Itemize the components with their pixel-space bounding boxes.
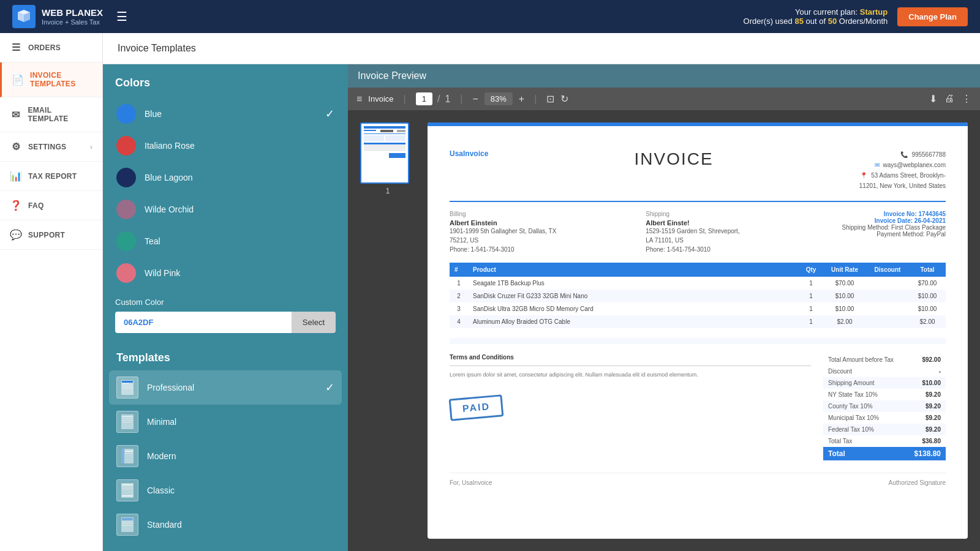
template-thumb-minimal — [116, 411, 138, 433]
svg-rect-17 — [125, 451, 133, 452]
fit-page-icon[interactable]: ⊡ — [546, 93, 554, 105]
invoice-company-name: UsaInvoice — [450, 149, 488, 158]
svg-rect-14 — [122, 422, 133, 422]
template-item-classic[interactable]: Classic — [109, 473, 342, 508]
rotate-icon[interactable]: ↻ — [560, 93, 568, 105]
color-swatch-italiano-rose — [116, 136, 136, 156]
hamburger-icon[interactable]: ☰ — [116, 9, 127, 24]
color-item-blue[interactable]: Blue ✓ — [109, 98, 342, 130]
faq-icon: ❓ — [10, 200, 22, 211]
row2-product: SanDisk Cruzer Fit G233 32GB Mini Nano — [468, 290, 799, 302]
total-before-tax-value: $92.00 — [922, 356, 941, 363]
sidebar-item-support[interactable]: 💬 SUPPORT — [0, 220, 102, 250]
change-plan-button[interactable]: Change Plan — [897, 7, 968, 26]
custom-color-select-button[interactable]: Select — [292, 312, 336, 333]
total-tax-label: Total Tax — [828, 438, 852, 444]
template-thumb-modern — [116, 445, 138, 467]
total-row-discount: Discount - — [823, 365, 946, 377]
template-item-modern[interactable]: Modern — [109, 439, 342, 473]
page-sep: / — [437, 94, 440, 105]
thumbnail-item[interactable]: 1 — [360, 122, 415, 195]
table-row: 1 Seagate 1TB Backup Plus 1 $70.00 $70.0… — [450, 277, 946, 290]
table-row: 2 SanDisk Cruzer Fit G233 32GB Mini Nano… — [450, 290, 946, 302]
invoice-document: UsaInvoice INVOICE 📞 9955667788 ✉ ways@w… — [428, 122, 968, 539]
current-page-box[interactable]: 1 — [416, 92, 432, 105]
invoice-title: INVOICE — [635, 149, 714, 169]
terms-text: Lorem ipsum dolor sit amet, consectetur … — [450, 371, 811, 380]
color-item-italiano-rose[interactable]: Italiano Rose — [109, 130, 342, 162]
more-options-icon[interactable]: ⋮ — [962, 93, 971, 105]
sidebar-item-invoice-templates[interactable]: 📄 INVOICE TEMPLATES — [0, 62, 102, 97]
payment-method-value: PayPal — [926, 231, 946, 238]
sidebar-item-tax-report[interactable]: 📊 TAX REPORT — [0, 162, 102, 191]
download-icon[interactable]: ⬇ — [929, 93, 937, 105]
template-item-standard[interactable]: Standard — [109, 508, 342, 542]
print-icon[interactable]: 🖨 — [944, 93, 954, 105]
topbar: WEB PLANEX Invoice + Sales Tax ☰ Your cu… — [0, 0, 980, 33]
color-item-wild-pink[interactable]: Wild Pink — [109, 257, 342, 289]
template-thumb-classic — [116, 479, 138, 501]
color-item-teal[interactable]: Teal — [109, 225, 342, 257]
col-num: # — [450, 263, 468, 277]
svg-rect-16 — [121, 449, 124, 463]
table-row-empty — [450, 328, 946, 338]
menu-icon[interactable]: ≡ — [356, 94, 362, 105]
sidebar-item-label: INVOICE TEMPLATES — [30, 71, 92, 88]
template-label-classic: Classic — [147, 485, 175, 495]
invoice-bottom: Terms and Conditions Lorem ipsum dolor s… — [450, 354, 946, 460]
shipping-amount-label: Shipping Amount — [828, 380, 875, 386]
sidebar-item-orders[interactable]: ☰ ORDERS — [0, 33, 102, 62]
separator3: | — [530, 94, 540, 105]
svg-rect-7 — [122, 386, 133, 386]
zoom-out-icon[interactable]: − — [472, 94, 478, 105]
color-item-blue-lagoon[interactable]: Blue Lagoon — [109, 162, 342, 193]
row3-discount — [866, 302, 909, 315]
color-item-wilde-orchid[interactable]: Wilde Orchid — [109, 193, 342, 225]
sidebar-item-settings[interactable]: ⚙ SETTINGS › — [0, 132, 102, 162]
color-label-blue: Blue — [145, 109, 162, 119]
contact-email: ways@webplanex.com — [883, 160, 946, 170]
zoom-in-icon[interactable]: + — [519, 94, 524, 105]
payment-method-row: Payment Method: PayPal — [842, 231, 946, 238]
template-item-minimal[interactable]: Minimal — [109, 405, 342, 439]
preview-header: Invoice Preview — [348, 64, 980, 88]
row4-total: $2.00 — [909, 315, 946, 328]
orders-icon: ☰ — [10, 42, 22, 53]
invoice-label: Invoice — [368, 94, 393, 103]
custom-color-input[interactable] — [115, 312, 292, 333]
template-thumb-standard — [116, 514, 138, 536]
templates-section: Templates — [103, 342, 348, 542]
sidebar-item-email-template[interactable]: ✉ EMAIL TEMPLATE — [0, 97, 102, 132]
color-swatch-wilde-orchid — [116, 200, 136, 219]
invoice-divider — [450, 201, 946, 202]
final-total-value: $138.80 — [914, 449, 941, 458]
logo-icon — [12, 5, 36, 28]
ny-state-value: $9.20 — [925, 391, 941, 398]
sidebar-item-faq[interactable]: ❓ FAQ — [0, 191, 102, 220]
invoice-no-label: Invoice No: — [884, 211, 917, 217]
template-item-professional[interactable]: Professional ✓ — [109, 370, 342, 405]
invoice-addresses-row: Billing Albert Einstein 1901-1999 5th Ga… — [450, 211, 946, 254]
template-label-standard: Standard — [147, 520, 182, 530]
row2-qty: 1 — [799, 290, 823, 302]
row3-product: SanDisk Ultra 32GB Micro SD Memory Card — [468, 302, 799, 315]
discount-value: - — [939, 368, 941, 375]
invoice-accent-bar — [428, 122, 968, 126]
right-panel: Invoice Preview ≡ Invoice | 1 / 1 | − 83… — [348, 64, 980, 551]
total-row-final: Total $138.80 — [823, 447, 946, 460]
separator: | — [400, 94, 410, 105]
county-label: County Tax 10% — [828, 403, 873, 410]
template-label-modern: Modern — [147, 451, 176, 461]
billing-name: Albert Einstein — [450, 219, 646, 227]
invoice-date-row: Invoice Date: 26-04-2021 — [842, 217, 946, 224]
row1-discount — [866, 277, 909, 290]
ny-state-label: NY State Tax 10% — [828, 391, 878, 398]
page-title: Invoice Templates — [118, 43, 196, 53]
thumbnail-page-num: 1 — [360, 187, 415, 195]
zoom-level-box[interactable]: 83% — [484, 92, 513, 105]
tax-report-icon: 📊 — [10, 170, 22, 182]
svg-rect-13 — [122, 420, 133, 421]
color-label-blue-lagoon: Blue Lagoon — [145, 173, 193, 182]
custom-color-label: Custom Color — [115, 298, 336, 307]
federal-label: Federal Tax 10% — [828, 426, 874, 433]
